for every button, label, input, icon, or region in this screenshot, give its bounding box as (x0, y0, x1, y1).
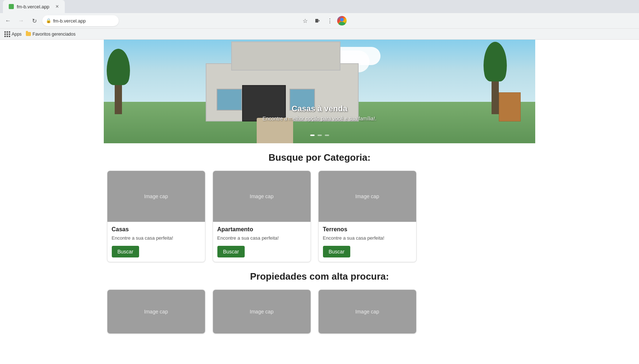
card-terrenos-text: Encontre a sua casa perfeita! (323, 235, 412, 241)
more-button[interactable]: ⋮ (325, 16, 335, 26)
apps-bookmarks-button[interactable]: Apps (4, 31, 21, 37)
apps-grid-icon (4, 31, 10, 37)
card-casas-text: Encontre a sua casa perfeita! (112, 235, 201, 241)
categories-section: Busque por Categoria: Image cap Casas En… (101, 143, 538, 271)
card-casas-image-cap: Image cap (144, 193, 168, 199)
hero-dot-2[interactable] (317, 135, 322, 136)
card-terrenos-title: Terrenos (323, 226, 412, 233)
hero-image (104, 40, 535, 143)
folder-label: Favoritos gerenciados (32, 32, 75, 37)
apps-label: Apps (12, 32, 21, 37)
alta-card-1-image-cap: Image cap (144, 309, 168, 315)
hero-overlay-text: Casas à venda Encontre a melhor opção pa… (263, 104, 376, 121)
card-terrenos-image-cap: Image cap (355, 193, 379, 199)
alta-procura-section: Propiedades com alta procura: Image cap … (101, 271, 538, 343)
alta-card-2-image-cap: Image cap (250, 309, 273, 315)
alta-card-3-image: Image cap (319, 290, 416, 333)
card-terrenos-buscar-button[interactable]: Buscar (323, 246, 351, 257)
folder-icon (26, 32, 31, 36)
browser-toolbar: ← → ↻ 🔒 ☆ ⋮ (0, 13, 639, 28)
tab-title: fm-b.vercel.app (17, 4, 50, 9)
card-terrenos: Image cap Terrenos Encontre a sua casa p… (318, 171, 417, 262)
alta-procura-title: Propiedades com alta procura: (107, 271, 532, 282)
hero-dot-1[interactable] (310, 135, 315, 136)
toolbar-right: ☆ ⋮ (300, 16, 347, 26)
back-button[interactable]: ← (3, 16, 13, 26)
forward-button[interactable]: → (16, 16, 26, 26)
card-terrenos-image: Image cap (319, 171, 416, 222)
profile-avatar[interactable] (337, 16, 347, 25)
card-casas-body: Casas Encontre a sua casa perfeita! Busc… (107, 222, 205, 262)
alta-card-2: Image cap (213, 289, 311, 334)
lock-icon: 🔒 (46, 18, 51, 23)
driveway (257, 118, 293, 143)
hero-dot-3[interactable] (325, 135, 329, 136)
active-tab[interactable]: fm-b.vercel.app ✕ (3, 0, 65, 13)
media-button[interactable] (312, 16, 323, 26)
hero-title: Casas à venda (263, 104, 376, 113)
card-apartamento-body: Apartamento Encontre a sua casa perfeita… (213, 222, 311, 262)
alta-card-3: Image cap (318, 289, 417, 334)
reload-button[interactable]: ↻ (29, 16, 39, 26)
card-apartamento-title: Apartamento (217, 226, 306, 233)
house-top (231, 41, 340, 71)
svg-point-3 (339, 22, 345, 25)
card-casas-title: Casas (112, 226, 201, 233)
wood-panel (499, 92, 521, 121)
window1 (217, 89, 242, 111)
card-casas: Image cap Casas Encontre a sua casa perf… (107, 171, 205, 262)
categories-title: Busque por Categoria: (107, 152, 532, 163)
browser-chrome: fm-b.vercel.app ✕ ← → ↻ 🔒 ☆ ⋮ (0, 0, 639, 40)
alta-card-1-image: Image cap (107, 290, 205, 333)
alta-procura-cards-grid: Image cap Image cap Image cap (107, 289, 532, 334)
tab-close-icon[interactable]: ✕ (55, 4, 59, 9)
alta-card-1: Image cap (107, 289, 205, 334)
card-apartamento-image: Image cap (213, 171, 311, 222)
card-apartamento-image-cap: Image cap (250, 193, 273, 199)
hero-subtitle: Encontre a melhor opção para você e sua … (263, 116, 376, 121)
svg-rect-0 (315, 19, 318, 23)
bookmarks-bar: Apps Favoritos gerenciados (0, 28, 639, 39)
page-content: Casas à venda Encontre a melhor opção pa… (0, 40, 639, 343)
card-apartamento: Image cap Apartamento Encontre a sua cas… (213, 171, 311, 262)
bookmarks-folder[interactable]: Favoritos gerenciados (26, 32, 75, 37)
card-casas-image: Image cap (107, 171, 205, 222)
svg-point-2 (340, 18, 344, 21)
card-apartamento-buscar-button[interactable]: Buscar (217, 246, 245, 257)
star-button[interactable]: ☆ (300, 16, 310, 26)
browser-tabs-bar: fm-b.vercel.app ✕ (0, 0, 639, 13)
card-apartamento-text: Encontre a sua casa perfeita! (217, 235, 306, 241)
hero-carousel[interactable]: Casas à venda Encontre a melhor opção pa… (104, 40, 535, 143)
svg-marker-1 (319, 20, 320, 22)
categories-cards-grid: Image cap Casas Encontre a sua casa perf… (107, 171, 532, 262)
address-bar[interactable] (42, 15, 119, 26)
card-terrenos-body: Terrenos Encontre a sua casa perfeita! B… (319, 222, 416, 262)
card-casas-buscar-button[interactable]: Buscar (112, 246, 139, 257)
hero-dots (310, 135, 329, 136)
alta-card-3-image-cap: Image cap (355, 309, 379, 315)
address-bar-wrap: 🔒 (42, 15, 297, 26)
tab-favicon (9, 4, 14, 9)
alta-card-2-image: Image cap (213, 290, 311, 333)
